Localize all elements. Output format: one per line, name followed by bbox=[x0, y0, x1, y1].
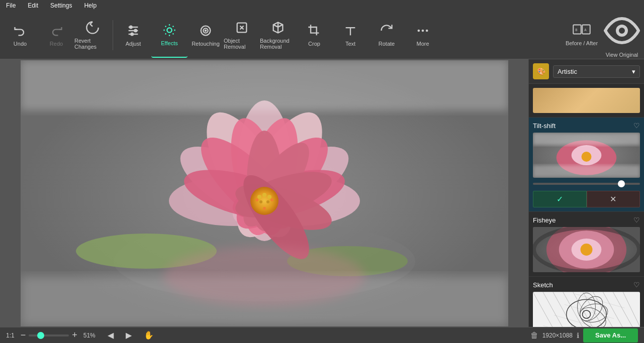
effects-button[interactable]: Effects bbox=[151, 13, 188, 58]
crop-label: Crop bbox=[308, 41, 320, 47]
dropdown-arrow-icon: ▾ bbox=[632, 68, 635, 75]
fisheye-name: Fisheye bbox=[533, 216, 556, 224]
zoom-out-button[interactable]: − bbox=[21, 330, 26, 340]
effect-label-fisheye: Fisheye ♡ bbox=[533, 216, 640, 224]
redo-button[interactable]: Redo bbox=[38, 13, 74, 58]
svg-point-15 bbox=[418, 30, 419, 31]
sketch-thumb[interactable] bbox=[533, 292, 640, 327]
status-bar-right: 🗑 1920×1088 ℹ Save As... bbox=[530, 328, 638, 342]
save-as-button[interactable]: Save As... bbox=[583, 328, 638, 342]
tilt-shift-slider[interactable] bbox=[533, 183, 640, 185]
svg-rect-61 bbox=[533, 133, 640, 145]
svg-point-50 bbox=[266, 200, 269, 203]
svg-point-56 bbox=[164, 246, 365, 306]
more-button[interactable]: More bbox=[405, 13, 441, 58]
svg-point-47 bbox=[267, 195, 271, 199]
toolbar: Undo Redo Revert Changes Adjust Effects … bbox=[0, 11, 644, 59]
effect-item-partial bbox=[529, 84, 644, 118]
svg-point-9 bbox=[205, 30, 206, 31]
sketch-fav-button[interactable]: ♡ bbox=[633, 281, 640, 289]
svg-text:B: B bbox=[575, 28, 577, 32]
category-icon: 🎨 bbox=[533, 63, 549, 79]
svg-point-45 bbox=[250, 187, 279, 215]
svg-rect-54 bbox=[21, 60, 508, 110]
hand-tool-button[interactable]: ✋ bbox=[141, 329, 157, 341]
tilt-shift-cancel-button[interactable]: ✕ bbox=[587, 191, 640, 207]
revert-label: Revert Changes bbox=[74, 38, 111, 50]
fisheye-fav-button[interactable]: ♡ bbox=[633, 216, 640, 224]
svg-point-67 bbox=[581, 244, 593, 256]
zoom-in-button[interactable]: + bbox=[72, 330, 77, 340]
view-original-button[interactable]: View Original bbox=[602, 13, 642, 58]
svg-point-53 bbox=[263, 207, 266, 210]
trash-icon[interactable]: 🗑 bbox=[530, 331, 538, 340]
effect-thumb-partial bbox=[533, 88, 640, 113]
menu-bar: File Edit Settings Help bbox=[0, 0, 644, 11]
svg-point-17 bbox=[426, 30, 427, 31]
text-label: Text bbox=[345, 41, 355, 47]
svg-rect-62 bbox=[533, 165, 640, 178]
canvas-image bbox=[21, 60, 508, 326]
fisheye-thumb[interactable] bbox=[533, 227, 640, 272]
info-icon[interactable]: ℹ bbox=[577, 331, 579, 339]
rotate-label: Rotate bbox=[379, 41, 395, 47]
retouching-label: Retouching bbox=[192, 41, 220, 47]
svg-point-4 bbox=[134, 29, 137, 32]
menu-help[interactable]: Help bbox=[82, 1, 99, 10]
background-removal-label: Background Removal bbox=[260, 38, 296, 50]
image-size: 1920×1088 bbox=[542, 332, 573, 339]
svg-point-5 bbox=[131, 33, 133, 35]
toolbar-divider-1 bbox=[113, 20, 113, 50]
more-label: More bbox=[416, 41, 429, 47]
object-removal-label: Object Removal bbox=[224, 38, 260, 50]
status-bar: 1:1 − + 51% ◀ ▶ ✋ 🗑 1920×1088 ℹ Save As.… bbox=[0, 327, 644, 343]
category-label: Artistic bbox=[558, 68, 577, 75]
svg-point-6 bbox=[167, 28, 171, 32]
nav-prev-button[interactable]: ◀ bbox=[105, 329, 117, 341]
zoom-slider[interactable] bbox=[29, 334, 69, 336]
canvas-area bbox=[0, 59, 528, 327]
rotate-button[interactable]: Rotate bbox=[369, 13, 405, 58]
tilt-shift-thumb[interactable] bbox=[533, 133, 640, 178]
redo-label: Redo bbox=[50, 41, 63, 47]
flower-image bbox=[21, 60, 508, 326]
background-removal-button[interactable]: Background Removal bbox=[260, 13, 296, 58]
sketch-name: Sketch bbox=[533, 281, 553, 289]
effects-label: Effects bbox=[161, 40, 177, 46]
main-area: 🎨 Artistic ▾ Tilt-shift ♡ bbox=[0, 59, 644, 327]
right-panel: 🎨 Artistic ▾ Tilt-shift ♡ bbox=[528, 59, 644, 327]
adjust-button[interactable]: Adjust bbox=[115, 13, 151, 58]
effect-label-sketch: Sketch ♡ bbox=[533, 281, 640, 289]
tilt-shift-accept-button[interactable]: ✓ bbox=[533, 191, 587, 207]
zoom-controls: − + 51% bbox=[21, 330, 99, 340]
nav-next-button[interactable]: ▶ bbox=[123, 329, 135, 341]
fit-button[interactable]: 1:1 bbox=[6, 332, 15, 339]
category-dropdown[interactable]: Artistic ▾ bbox=[553, 65, 640, 78]
adjust-label: Adjust bbox=[126, 41, 141, 47]
zoom-value: 51% bbox=[80, 332, 99, 339]
before-after-label: Before / After bbox=[566, 40, 598, 46]
object-removal-button[interactable]: Object Removal bbox=[224, 13, 260, 58]
menu-settings[interactable]: Settings bbox=[48, 1, 74, 10]
svg-point-48 bbox=[262, 193, 266, 197]
menu-edit[interactable]: Edit bbox=[26, 1, 40, 10]
retouching-button[interactable]: Retouching bbox=[188, 13, 224, 58]
undo-label: Undo bbox=[14, 41, 27, 47]
svg-point-60 bbox=[582, 152, 592, 162]
svg-point-51 bbox=[255, 198, 258, 201]
effect-item-tilt-shift: Tilt-shift ♡ bbox=[529, 118, 644, 212]
effect-item-sketch: Sketch ♡ bbox=[529, 277, 644, 327]
revert-button[interactable]: Revert Changes bbox=[74, 13, 111, 58]
undo-button[interactable]: Undo bbox=[2, 13, 38, 58]
svg-point-3 bbox=[130, 26, 132, 28]
svg-text:A: A bbox=[584, 28, 587, 32]
tilt-shift-actions: ✓ ✕ bbox=[533, 191, 640, 207]
panel-header: 🎨 Artistic ▾ bbox=[529, 59, 644, 84]
svg-point-49 bbox=[259, 200, 262, 203]
menu-file[interactable]: File bbox=[4, 1, 18, 10]
crop-button[interactable]: Crop bbox=[296, 13, 332, 58]
tilt-shift-fav-button[interactable]: ♡ bbox=[633, 122, 640, 130]
before-after-button[interactable]: BA Before / After bbox=[562, 13, 602, 58]
svg-point-52 bbox=[270, 198, 273, 201]
text-button[interactable]: Text bbox=[332, 13, 369, 58]
